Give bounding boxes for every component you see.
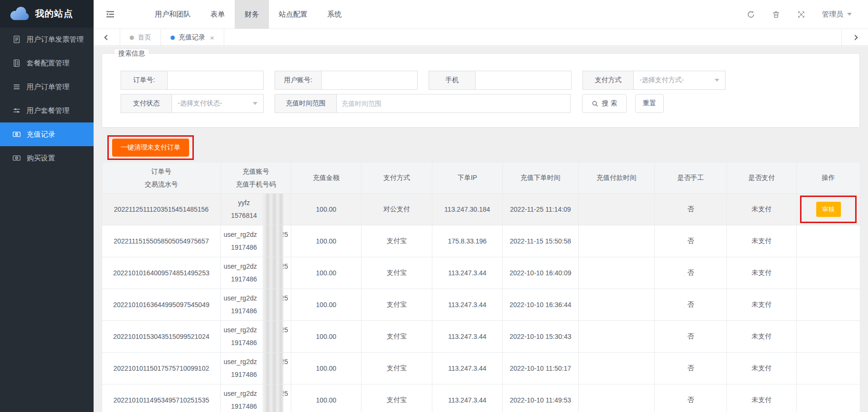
cell-pay-status: 未支付 bbox=[727, 225, 797, 257]
time-range-input[interactable] bbox=[336, 94, 571, 113]
sidebar-item-购买设置[interactable]: 购买设置 bbox=[0, 146, 94, 170]
sidebar-item-用户订单管理[interactable]: 用户订单管理 bbox=[0, 75, 94, 99]
cell-ip: 113.247.30.184 bbox=[432, 194, 503, 225]
cell-ip: 113.247.3.44 bbox=[432, 289, 503, 321]
cell-pay-time bbox=[579, 321, 655, 353]
menu-fold-icon[interactable] bbox=[94, 0, 127, 28]
cell-account: user_rg2dz251917486 bbox=[221, 353, 291, 384]
sidebar-item-用户套餐管理[interactable]: 用户套餐管理 bbox=[0, 99, 94, 122]
header-line: 充值付款时间 bbox=[579, 171, 654, 184]
reset-button[interactable]: 重置 bbox=[635, 94, 664, 113]
table-row: 20221115155058505054975657user_rg2dz2519… bbox=[102, 225, 860, 257]
account-text: user_rg2dz bbox=[224, 324, 257, 337]
close-icon[interactable]: × bbox=[210, 34, 214, 42]
tab-充值记录[interactable]: 充值记录× bbox=[161, 29, 224, 46]
mosaic-redaction bbox=[263, 194, 283, 225]
nav-item-用户和团队[interactable]: 用户和团队 bbox=[145, 0, 200, 28]
tab-dot bbox=[130, 36, 134, 40]
tabs-scroll-left-icon[interactable] bbox=[94, 29, 120, 46]
table-header: 订单号交易流水号充值账号充值手机号码充值金额支付方式下单IP充值下单时间充值付款… bbox=[102, 162, 860, 194]
audit-button[interactable]: 审核 bbox=[816, 202, 841, 217]
cell-account: user_rg2dz251917486 bbox=[221, 321, 291, 353]
cell-amount: 100.00 bbox=[291, 194, 362, 225]
cell-order-no: 20221115155058505054975657 bbox=[102, 225, 221, 257]
chevron-down-icon bbox=[715, 79, 719, 82]
tabs-scroll-right-icon[interactable] bbox=[841, 29, 868, 46]
top-header: 用户和团队表单财务站点配置系统 管理员 bbox=[94, 0, 868, 29]
cell-account: user_rg2dz251917486 bbox=[221, 225, 291, 257]
nav-item-站点配置[interactable]: 站点配置 bbox=[269, 0, 317, 28]
search-icon bbox=[591, 100, 599, 107]
cell-pay-status: 未支付 bbox=[727, 321, 797, 353]
cell-pay-time bbox=[579, 194, 655, 225]
cell-pay-time bbox=[579, 257, 655, 289]
cell-ip: 113.247.3.44 bbox=[432, 321, 503, 353]
pay-method-select[interactable]: -选择支付方式- bbox=[633, 71, 725, 90]
column-header-充值付款时间: 充值付款时间 bbox=[579, 162, 655, 194]
order-no-label: 订单号: bbox=[121, 71, 167, 90]
tab-首页[interactable]: 首页 bbox=[120, 29, 161, 46]
time-range-label: 充值时间范围 bbox=[275, 94, 336, 113]
reset-button-label: 重置 bbox=[643, 99, 656, 108]
cell-order-no: 20221010115017575710099102 bbox=[102, 353, 221, 384]
mosaic-redaction bbox=[263, 225, 283, 257]
clear-unpaid-button[interactable]: 一键清理未支付订单 bbox=[112, 139, 189, 157]
cell-order-no: 20221010114953495710251535 bbox=[102, 384, 221, 412]
header-line: 订单号 bbox=[102, 165, 220, 178]
search-button[interactable]: 搜 索 bbox=[582, 94, 627, 113]
table-body: 20221125111203515451485156yyfz1576814100… bbox=[102, 194, 860, 412]
admin-menu[interactable]: 管理员 bbox=[822, 10, 852, 19]
main-content: 搜索信息 订单号: 用户账号: 手机 支付方式 -选择支付方式- bbox=[94, 47, 868, 412]
cell-pay-method: 对公支付 bbox=[362, 194, 432, 225]
recharge-record-icon bbox=[12, 130, 21, 139]
logo: 我的站点 bbox=[0, 0, 94, 28]
cell-order-time: 2022-10-10 15:30:43 bbox=[503, 321, 579, 353]
cell-pay-status: 未支付 bbox=[727, 257, 797, 289]
cell-action: 审核 bbox=[797, 194, 860, 225]
header-line: 是否支付 bbox=[727, 171, 796, 184]
annotation-box-clear-unpaid: 一键清理未支付订单 bbox=[107, 135, 194, 160]
trash-icon[interactable] bbox=[772, 10, 781, 19]
cell-ip: 175.8.33.196 bbox=[432, 225, 503, 257]
nav-item-表单[interactable]: 表单 bbox=[200, 0, 235, 28]
cell-manual: 否 bbox=[655, 289, 727, 321]
cell-order-time: 2022-11-25 11:14:09 bbox=[503, 194, 579, 225]
pay-status-label: 支付状态 bbox=[121, 94, 172, 113]
header-right: 管理员 bbox=[746, 0, 868, 28]
cell-manual: 否 bbox=[655, 225, 727, 257]
user-account-input[interactable] bbox=[321, 71, 418, 90]
cell-order-no: 20221010163644995097545049 bbox=[102, 289, 221, 321]
table-row: 20221010114953495710251535user_rg2dz2519… bbox=[102, 384, 860, 412]
account-text: user_rg2dz bbox=[224, 356, 257, 368]
cell-order-no: 20221010153043515099521024 bbox=[102, 321, 221, 353]
cloud-logo-icon bbox=[9, 6, 30, 21]
table-row: 20221010164009574851495253user_rg2dz2519… bbox=[102, 257, 860, 289]
cell-manual: 否 bbox=[655, 194, 727, 225]
sidebar-item-充值记录[interactable]: 充值记录 bbox=[0, 122, 94, 146]
nav-item-财务[interactable]: 财务 bbox=[235, 0, 269, 28]
tab-bar: 首页充值记录× bbox=[94, 29, 868, 46]
cell-order-time: 2022-11-15 15:50:58 bbox=[503, 225, 579, 257]
search-row-1: 订单号: 用户账号: 手机 支付方式 -选择支付方式- bbox=[121, 71, 859, 90]
sidebar-item-套餐配置管理[interactable]: 套餐配置管理 bbox=[0, 51, 94, 75]
table-row: 20221010163644995097545049user_rg2dz2519… bbox=[102, 289, 860, 321]
cell-manual: 否 bbox=[655, 321, 727, 353]
account-text: yyfz bbox=[238, 197, 250, 209]
sidebar-item-用户订单发票管理[interactable]: 用户订单发票管理 bbox=[0, 28, 94, 51]
fullscreen-icon[interactable] bbox=[797, 10, 806, 19]
purchase-settings-icon bbox=[12, 154, 21, 162]
cell-pay-method: 支付宝 bbox=[362, 384, 432, 412]
account-text: user_rg2dz bbox=[224, 228, 257, 241]
header-line: 操作 bbox=[797, 171, 860, 184]
header-line: 交易流水号 bbox=[102, 178, 220, 191]
tab-label: 充值记录 bbox=[179, 33, 205, 42]
nav-item-系统[interactable]: 系统 bbox=[317, 0, 352, 28]
table-row: 20221125111203515451485156yyfz1576814100… bbox=[102, 194, 860, 225]
refresh-icon[interactable] bbox=[746, 10, 755, 19]
cell-pay-status: 未支付 bbox=[727, 384, 797, 412]
phone-input[interactable] bbox=[475, 71, 572, 90]
order-no-input[interactable] bbox=[167, 71, 264, 90]
pay-status-select[interactable]: -选择支付状态- bbox=[172, 94, 264, 113]
chevron-down-icon bbox=[253, 102, 258, 105]
cell-action bbox=[797, 289, 860, 321]
